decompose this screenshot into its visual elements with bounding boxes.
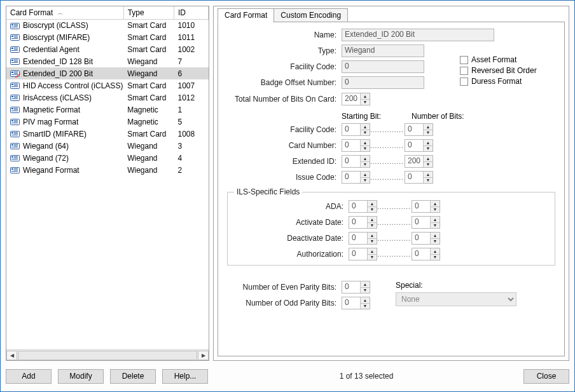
odd-parity-stepper[interactable]: 0▲▼ [342, 297, 370, 309]
card-number-bits-stepper[interactable]: 0▲▼ [405, 139, 433, 152]
stepper-up-icon[interactable]: ▲ [368, 233, 377, 239]
facility-code-bits-stepper[interactable]: 0▲▼ [405, 123, 433, 136]
reversed-bit-checkbox[interactable]: Reversed Bit Order [460, 66, 537, 75]
svg-rect-44 [14, 120, 18, 121]
activate-date-bits-stepper[interactable]: 0▲▼ [412, 216, 440, 229]
column-header-card-format[interactable]: Card Format ︿ [6, 6, 123, 19]
stepper-up-icon[interactable]: ▲ [424, 140, 433, 146]
stepper-up-icon[interactable]: ▲ [424, 156, 433, 162]
deactivate-date-start-stepper[interactable]: 0▲▼ [349, 232, 377, 245]
stepper-down-icon[interactable]: ▼ [424, 162, 433, 168]
stepper-down-icon[interactable]: ▼ [368, 207, 377, 213]
modify-button[interactable]: Modify [58, 369, 104, 384]
extended-id-start-stepper[interactable]: 0▲▼ [342, 155, 370, 168]
issue-code-start-stepper[interactable]: 0▲▼ [342, 171, 370, 184]
type-field: Wiegand [342, 44, 424, 57]
stepper-up-icon[interactable]: ▲ [368, 201, 377, 207]
table-row[interactable]: Credential AgentSmart Card1002 [6, 43, 209, 55]
scroll-left-icon[interactable]: ◀ [6, 351, 17, 360]
column-header-type[interactable]: Type [123, 6, 174, 19]
svg-rect-46 [11, 123, 18, 123]
tab-custom-encoding[interactable]: Custom Encoding [274, 8, 348, 23]
stepper-down-icon[interactable]: ▼ [368, 239, 377, 245]
issue-code-bits-stepper[interactable]: 0▲▼ [405, 171, 433, 184]
authorization-start-stepper[interactable]: 0▲▼ [349, 248, 377, 260]
stepper-down-icon[interactable]: ▼ [431, 239, 440, 245]
stepper-up-icon[interactable]: ▲ [361, 124, 370, 130]
scroll-right-icon[interactable]: ▶ [198, 351, 209, 360]
table-row[interactable]: PIV mag FormatMagnetic5 [6, 116, 209, 128]
card-number-start-stepper[interactable]: 0▲▼ [342, 139, 370, 152]
row-name: Extended_ID 128 Bit [23, 57, 93, 66]
stepper-down-icon[interactable]: ▼ [424, 178, 433, 184]
tab-card-format[interactable]: Card Format [218, 8, 274, 23]
row-type: Wiegand [123, 152, 174, 164]
table-row[interactable]: Extended_ID 200 BitWiegand6 [6, 67, 209, 79]
table-row[interactable]: Extended_ID 128 BitWiegand7 [6, 55, 209, 67]
stepper-up-icon[interactable]: ▲ [431, 217, 440, 223]
ada-start-stepper[interactable]: 0▲▼ [349, 200, 377, 213]
table-row[interactable]: Magnetic FormatMagnetic1 [6, 104, 209, 116]
deactivate-date-bits-stepper[interactable]: 0▲▼ [412, 232, 440, 245]
svg-rect-58 [11, 156, 13, 158]
table-row[interactable]: SmartID (MIFARE)Smart Card1008 [6, 128, 209, 140]
column-header-id[interactable]: ID [174, 6, 209, 19]
stepper-up-icon[interactable]: ▲ [424, 172, 433, 178]
table-row[interactable]: Wiegand (72)Wiegand4 [6, 152, 209, 164]
stepper-up-icon[interactable]: ▲ [368, 217, 377, 223]
stepper-down-icon[interactable]: ▼ [361, 162, 370, 168]
facility-code-start-stepper[interactable]: 0▲▼ [342, 123, 370, 136]
stepper-up-icon[interactable]: ▲ [431, 233, 440, 239]
table-row[interactable]: IrisAccess (iCLASS)Smart Card1012 [6, 91, 209, 104]
stepper-up-icon[interactable]: ▲ [361, 281, 370, 288]
table-row[interactable]: Wiegand FormatWiegand2 [6, 164, 209, 176]
checkbox-icon [460, 56, 468, 64]
table-row[interactable]: Bioscrypt (iCLASS)Smart Card1010 [6, 19, 209, 31]
stepper-up-icon[interactable]: ▲ [368, 248, 377, 255]
activate-date-start-stepper[interactable]: 0▲▼ [349, 216, 377, 229]
stepper-down-icon[interactable]: ▼ [361, 288, 370, 294]
add-button[interactable]: Add [6, 369, 52, 384]
stepper-up-icon[interactable]: ▲ [424, 124, 433, 130]
stepper-down-icon[interactable]: ▼ [361, 130, 370, 136]
special-select[interactable]: None [396, 292, 516, 306]
stepper-down-icon[interactable]: ▼ [361, 146, 370, 152]
total-bits-stepper[interactable]: 200▲▼ [342, 93, 370, 105]
ada-bits-stepper[interactable]: 0▲▼ [412, 200, 440, 213]
table-row[interactable]: HID Access Control (iCLASS)Smart Card100… [6, 79, 209, 91]
svg-rect-14 [11, 50, 18, 51]
stepper-down-icon[interactable]: ▼ [424, 130, 433, 136]
stepper-down-icon[interactable]: ▼ [368, 223, 377, 229]
stepper-down-icon[interactable]: ▼ [431, 207, 440, 213]
svg-rect-54 [14, 144, 18, 145]
horizontal-scrollbar[interactable]: ◀ ▶ [6, 349, 209, 360]
table-row[interactable]: Wiegand (64)Wiegand3 [6, 140, 209, 152]
even-parity-stepper[interactable]: 0▲▼ [342, 281, 370, 294]
stepper-down-icon[interactable]: ▼ [368, 255, 377, 260]
table-row[interactable]: Bioscrypt (MIFARE)Smart Card1011 [6, 31, 209, 43]
stepper-down-icon[interactable]: ▼ [424, 146, 433, 152]
stepper-down-icon[interactable]: ▼ [361, 100, 370, 105]
svg-rect-39 [14, 108, 18, 109]
stepper-up-icon[interactable]: ▲ [361, 140, 370, 146]
stepper-down-icon[interactable]: ▼ [431, 223, 440, 229]
row-id: 1007 [174, 79, 209, 91]
stepper-up-icon[interactable]: ▲ [361, 172, 370, 178]
stepper-up-icon[interactable]: ▲ [361, 156, 370, 162]
stepper-up-icon[interactable]: ▲ [361, 297, 370, 304]
authorization-bits-stepper[interactable]: 0▲▼ [412, 248, 440, 260]
stepper-up-icon[interactable]: ▲ [431, 201, 440, 207]
stepper-down-icon[interactable]: ▼ [361, 178, 370, 184]
help-button[interactable]: Help... [162, 369, 208, 384]
row-type: Wiegand [123, 67, 174, 79]
scroll-thumb[interactable] [18, 351, 197, 360]
duress-format-checkbox[interactable]: Duress Format [460, 77, 537, 86]
delete-button[interactable]: Delete [110, 369, 156, 384]
stepper-up-icon[interactable]: ▲ [361, 93, 370, 100]
stepper-up-icon[interactable]: ▲ [431, 248, 440, 255]
stepper-down-icon[interactable]: ▼ [431, 255, 440, 260]
asset-format-checkbox[interactable]: Asset Format [460, 55, 537, 64]
extended-id-bits-stepper[interactable]: 200▲▼ [405, 155, 433, 168]
stepper-down-icon[interactable]: ▼ [361, 304, 370, 309]
close-button[interactable]: Close [523, 369, 569, 384]
